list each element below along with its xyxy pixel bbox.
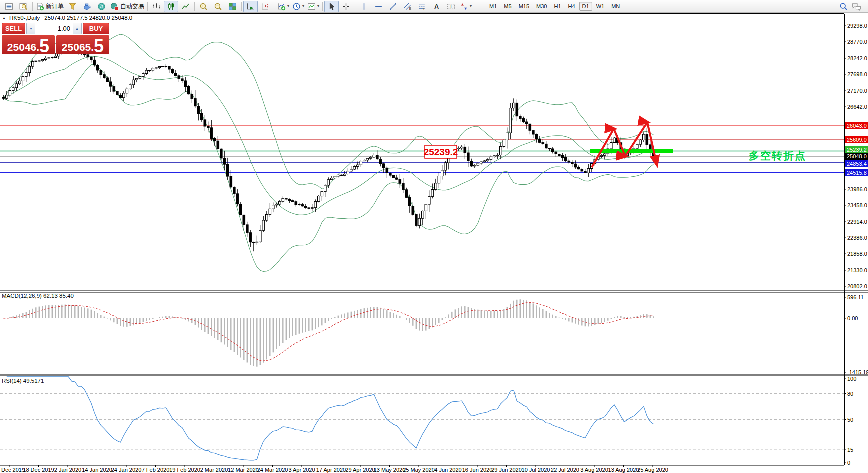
price-level-lines bbox=[0, 126, 844, 173]
fibonacci-tool-button[interactable]: F bbox=[415, 1, 429, 12]
periods-button[interactable]: ▾ bbox=[291, 1, 306, 12]
channel-tool-button[interactable]: E bbox=[400, 1, 415, 12]
signals-button[interactable] bbox=[94, 1, 109, 12]
svg-text:3 Aug 2020: 3 Aug 2020 bbox=[580, 467, 608, 473]
search-icon[interactable] bbox=[839, 2, 848, 11]
arrows-tool-button[interactable]: ▾ bbox=[458, 1, 473, 12]
text-tool-button[interactable]: A bbox=[429, 1, 444, 12]
chat-icon[interactable] bbox=[852, 2, 861, 11]
pivot-price-callout[interactable]: 25239.2 bbox=[424, 145, 458, 158]
timeframe-button-D1[interactable]: D1 bbox=[579, 2, 592, 11]
new-order-button[interactable]: 新订单 bbox=[34, 1, 65, 12]
cursor-tool-button[interactable] bbox=[324, 1, 339, 12]
sell-button[interactable]: SELL bbox=[2, 23, 25, 34]
data-window-button[interactable] bbox=[16, 1, 31, 12]
fibonacci-icon: F bbox=[418, 2, 426, 11]
buy-price-display[interactable]: 25065.5 bbox=[56, 35, 109, 54]
indicators-dropdown-arrow[interactable]: ▾ bbox=[287, 4, 289, 8]
indicators-button[interactable]: ▾ bbox=[276, 1, 291, 12]
tile-windows-button[interactable] bbox=[225, 1, 240, 12]
svg-text:23986.0: 23986.0 bbox=[847, 186, 867, 192]
bollinger-middle-band bbox=[3, 56, 653, 215]
main-price-pane[interactable] bbox=[2, 34, 655, 271]
volume-decrease-button[interactable]: ▼ bbox=[27, 23, 35, 34]
price-axis[interactable]: 29298.028770.028242.027698.027170.026642… bbox=[0, 13, 868, 465]
candlestick-mode-button[interactable] bbox=[164, 1, 178, 12]
metaeditor-button[interactable] bbox=[65, 1, 80, 12]
crosshair-tool-button[interactable] bbox=[339, 1, 353, 12]
macd-pane[interactable]: MACD(12,26,9) 62.13 85.40596.110.00-1415… bbox=[0, 291, 868, 375]
line-chart-icon bbox=[181, 2, 190, 11]
svg-text:22 Jul 2020: 22 Jul 2020 bbox=[551, 467, 579, 473]
svg-text:21858.0: 21858.0 bbox=[847, 251, 867, 257]
collapse-arrow-icon[interactable]: ▲ bbox=[2, 16, 6, 20]
timeframe-button-M5[interactable]: M5 bbox=[501, 2, 514, 11]
timeframe-button-M30[interactable]: M30 bbox=[533, 2, 550, 11]
date-axis[interactable]: Dec 201918 Dec 20192 Jan 202014 Jan 2020… bbox=[0, 465, 844, 473]
periods-clock-icon bbox=[292, 2, 301, 11]
autotrading-icon bbox=[110, 2, 119, 11]
svg-text:15: 15 bbox=[847, 447, 853, 453]
text-label-tool-button[interactable]: T bbox=[444, 1, 458, 12]
vertical-line-tool-button[interactable] bbox=[357, 1, 371, 12]
timeframe-button-MN[interactable]: MN bbox=[608, 2, 623, 11]
toolbar-separator bbox=[322, 2, 323, 11]
volume-spinner: ▼ ▲ bbox=[26, 23, 82, 34]
trendline-tool-button[interactable] bbox=[386, 1, 400, 12]
chart-shift-button[interactable] bbox=[258, 1, 272, 12]
data-window-icon bbox=[19, 2, 28, 11]
toolbar-separator bbox=[194, 2, 195, 11]
auto-scroll-button[interactable] bbox=[243, 1, 258, 12]
chart-shift-icon bbox=[261, 2, 269, 11]
svg-text:0.00: 0.00 bbox=[847, 315, 858, 321]
templates-button[interactable]: ▾ bbox=[306, 1, 321, 12]
zoom-in-button[interactable] bbox=[196, 1, 211, 12]
arrows-dropdown-arrow[interactable]: ▾ bbox=[470, 4, 472, 8]
volume-increase-button[interactable]: ▲ bbox=[73, 23, 81, 34]
timeframe-button-H4[interactable]: H4 bbox=[565, 2, 578, 11]
svg-text:29 Jun 2020: 29 Jun 2020 bbox=[491, 467, 522, 473]
toolbar-separator bbox=[355, 2, 355, 11]
charts-panel-button[interactable] bbox=[2, 1, 16, 12]
periods-dropdown-arrow[interactable]: ▾ bbox=[302, 4, 304, 8]
svg-text:24853.4: 24853.4 bbox=[847, 161, 867, 167]
svg-text:A: A bbox=[434, 3, 439, 10]
pivot-note-annotation[interactable]: 多空转折点 bbox=[749, 150, 806, 162]
toolbar-separator bbox=[274, 2, 274, 11]
horizontal-line-tool-button[interactable] bbox=[371, 1, 386, 12]
svg-text:23458.0: 23458.0 bbox=[847, 202, 867, 208]
svg-text:24 Jan 2020: 24 Jan 2020 bbox=[111, 467, 142, 473]
rsi-pane[interactable]: RSI(14) 49.51711008050150 bbox=[0, 374, 868, 466]
terminal-button[interactable] bbox=[80, 1, 94, 12]
svg-text:17 Apr 2020: 17 Apr 2020 bbox=[316, 467, 346, 473]
text-label-icon: T bbox=[447, 2, 455, 11]
buy-button[interactable]: BUY bbox=[83, 23, 109, 34]
line-chart-mode-button[interactable] bbox=[178, 1, 193, 12]
timeframe-button-W1[interactable]: W1 bbox=[593, 2, 608, 11]
templates-dropdown-arrow[interactable]: ▾ bbox=[317, 4, 319, 8]
svg-text:0: 0 bbox=[847, 460, 850, 466]
svg-text:F: F bbox=[423, 7, 425, 11]
zoom-out-button[interactable] bbox=[211, 1, 225, 12]
autotrading-button[interactable]: 自动交易 bbox=[109, 1, 146, 12]
timeframe-button-M1[interactable]: M1 bbox=[486, 2, 500, 11]
svg-text:50: 50 bbox=[847, 417, 853, 423]
macd-label: MACD(12,26,9) 62.13 85.40 bbox=[2, 293, 74, 299]
volume-input[interactable] bbox=[35, 23, 73, 34]
timeframe-button-M15[interactable]: M15 bbox=[516, 2, 532, 11]
charts-panel-icon bbox=[5, 2, 13, 11]
svg-text:80: 80 bbox=[847, 391, 853, 397]
sell-price-display[interactable]: 25046.5 bbox=[2, 35, 55, 54]
horizontal-line-icon bbox=[374, 2, 383, 11]
timeframe-button-H1[interactable]: H1 bbox=[551, 2, 564, 11]
svg-text:13 Aug 2020: 13 Aug 2020 bbox=[608, 467, 639, 473]
svg-text:25048.0: 25048.0 bbox=[847, 153, 867, 159]
chart-canvas[interactable]: 25239.2多空转折点29298.028770.028242.027698.0… bbox=[0, 13, 868, 473]
terminal-icon bbox=[83, 2, 91, 11]
bar-chart-mode-button[interactable] bbox=[149, 1, 164, 12]
svg-text:2 Mar 2020: 2 Mar 2020 bbox=[200, 467, 228, 473]
trendline-icon bbox=[389, 2, 397, 11]
equidistant-channel-icon: E bbox=[403, 2, 412, 11]
tile-windows-icon bbox=[228, 2, 237, 11]
svg-text:29 Apr 2020: 29 Apr 2020 bbox=[345, 467, 375, 473]
